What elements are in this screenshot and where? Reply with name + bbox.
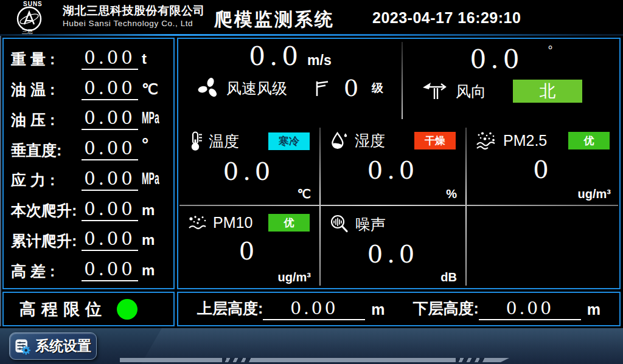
header: SUNS 三思 湖北三思科技股份有限公司 Hubei Sansi Technol… bbox=[0, 0, 623, 34]
measurement-row-height-diff: 高 差 : 0.00 m bbox=[11, 255, 167, 281]
fan-icon bbox=[197, 77, 220, 100]
system-settings-button[interactable]: 系统设置 bbox=[9, 332, 97, 360]
footer-bar: 系统设置 bbox=[0, 328, 623, 364]
measurements-panel: 重 量 : 0.00 t 油 温 : 0.00 ℃ 油 压 : 0.00 MPa… bbox=[2, 38, 175, 289]
lower-height-value: 0.00 bbox=[479, 300, 581, 320]
datetime-display: 2023-04-17 16:29:10 bbox=[372, 9, 521, 27]
measurement-row-stress: 应 力 : 0.00 MPa bbox=[11, 164, 167, 191]
sensor-value: 0.0 bbox=[321, 242, 465, 266]
measurement-value: 0.00 bbox=[82, 201, 138, 221]
sensor-value: 0.0 bbox=[178, 159, 319, 184]
company-name-cn: 湖北三思科技股份有限公司 bbox=[63, 3, 205, 19]
humidity-status-badge: 干燥 bbox=[414, 132, 456, 149]
sensor-label: 湿度 bbox=[355, 131, 385, 151]
sensor-value: 0 bbox=[467, 157, 619, 182]
settings-sliders-gear-icon bbox=[15, 336, 30, 357]
measurement-row-total-climb: 累计爬升: 0.00 m bbox=[11, 224, 167, 251]
measurement-unit: m bbox=[138, 262, 167, 281]
measurement-value: 0.00 bbox=[82, 140, 138, 160]
elevation-limit-panel: 高程限位 bbox=[2, 292, 175, 326]
measurement-value: 0.00 bbox=[82, 230, 138, 251]
header-accent-divider bbox=[0, 34, 623, 36]
monitor-panel: 0.0m/s 风速风级 0 bbox=[177, 38, 621, 289]
upper-height-unit: m bbox=[371, 301, 385, 320]
wind-speed-reading: 0.0m/s bbox=[178, 44, 402, 69]
measurement-label: 垂直度: bbox=[11, 142, 82, 161]
heights-panel: 上层高度: 0.00 m 下层高度: 0.00 m bbox=[177, 292, 621, 326]
measurement-label: 应 力 : bbox=[11, 172, 82, 191]
sensor-card-humidity: 湿度 干燥 0.0 % bbox=[321, 123, 465, 204]
measurement-unit: m bbox=[138, 232, 167, 251]
temperature-status-badge: 寒冷 bbox=[268, 132, 310, 150]
thermometer-icon bbox=[187, 131, 203, 152]
measurement-row-verticality: 垂直度: 0.00 ° bbox=[11, 134, 167, 160]
lower-height-unit: m bbox=[587, 301, 600, 320]
wind-level-row: 风速风级 0 级 bbox=[178, 77, 402, 100]
humidity-icon bbox=[329, 131, 349, 151]
stripe-slash-group bbox=[222, 358, 251, 362]
upper-height-value: 0.00 bbox=[263, 300, 365, 320]
measurement-label: 累计爬升: bbox=[11, 233, 82, 252]
company-name-en: Hubei Sansi Technology Co., Ltd bbox=[63, 19, 193, 28]
measurement-value: 0.00 bbox=[82, 80, 138, 100]
wind-speed-unit: m/s bbox=[307, 52, 332, 68]
sensor-label: PM10 bbox=[213, 214, 252, 232]
measurement-label: 本次爬升: bbox=[11, 202, 82, 221]
lower-height-label: 下层高度: bbox=[412, 298, 478, 320]
pm10-icon bbox=[187, 215, 207, 232]
wind-speed-value: 0.0 bbox=[249, 41, 302, 71]
wind-direction-value: 0.0 bbox=[470, 44, 524, 74]
sensor-unit: ug/m³ bbox=[578, 187, 611, 201]
measurement-label: 高 差 : bbox=[11, 263, 82, 282]
measurement-label: 重 量 : bbox=[11, 51, 82, 70]
upper-height-group: 上层高度: 0.00 m bbox=[197, 298, 385, 320]
wind-section-divider bbox=[402, 42, 403, 119]
sensor-label: 噪声 bbox=[355, 215, 386, 235]
wind-level-value: 0 bbox=[344, 77, 358, 100]
measurement-row-current-climb: 本次爬升: 0.00 m bbox=[11, 194, 167, 221]
pm25-status-badge: 优 bbox=[568, 132, 610, 149]
measurement-row-oil-temp: 油 温 : 0.00 ℃ bbox=[11, 74, 167, 100]
measurement-unit: m bbox=[138, 202, 167, 221]
sensor-value: 0 bbox=[178, 239, 319, 263]
wind-direction-reading: 0.0° bbox=[403, 44, 619, 72]
noise-icon bbox=[329, 214, 350, 235]
wind-vane-icon bbox=[422, 81, 450, 101]
measurement-value: 0.00 bbox=[82, 170, 138, 191]
wind-direction-label: 风向 bbox=[456, 81, 486, 101]
measurement-value: 0.00 bbox=[82, 261, 138, 281]
climbing-formwork-monitor-screen: SUNS 三思 湖北三思科技股份有限公司 Hubei Sansi Technol… bbox=[0, 0, 623, 364]
pm25-icon bbox=[475, 131, 498, 150]
sensor-card-pm25: PM2.5 优 0 ug/m³ bbox=[467, 123, 619, 204]
sensor-unit: % bbox=[446, 187, 457, 201]
measurement-value: 0.00 bbox=[82, 109, 138, 130]
sensor-value: 0.0 bbox=[321, 158, 465, 182]
elevation-limit-indicator bbox=[117, 299, 137, 320]
measurement-row-weight: 重 量 : 0.00 t bbox=[11, 43, 167, 70]
footer-deco-stripe bbox=[120, 358, 509, 362]
measurement-label: 油 温 : bbox=[11, 81, 82, 100]
measurement-unit: t bbox=[138, 50, 167, 70]
measurement-unit: ° bbox=[138, 134, 167, 153]
upper-height-label: 上层高度: bbox=[197, 298, 263, 320]
wind-level-unit: 级 bbox=[372, 80, 383, 96]
wind-speed-section: 0.0m/s 风速风级 0 bbox=[178, 39, 402, 122]
pm10-status-badge: 优 bbox=[268, 214, 310, 232]
stripe-slash-group bbox=[456, 358, 485, 362]
settings-button-label: 系统设置 bbox=[35, 337, 91, 355]
measurement-value: 0.00 bbox=[82, 49, 138, 70]
measurement-row-oil-pressure: 油 压 : 0.00 MPa bbox=[11, 103, 167, 130]
sensor-card-noise: 噪声 0.0 dB bbox=[321, 206, 465, 287]
sensor-unit: dB bbox=[440, 270, 457, 284]
page-title: 爬模监测系统 bbox=[214, 7, 335, 32]
wind-direction-unit: ° bbox=[548, 44, 552, 57]
lower-height-group: 下层高度: 0.00 m bbox=[412, 298, 600, 320]
wind-direction-badge: 北 bbox=[513, 80, 582, 103]
sensor-unit: ug/m³ bbox=[278, 270, 311, 284]
sensor-label: 温度 bbox=[209, 131, 239, 151]
measurement-unit: ℃ bbox=[138, 81, 167, 100]
sensor-label: PM2.5 bbox=[503, 132, 547, 149]
wind-speed-label: 风速风级 bbox=[226, 78, 287, 98]
measurement-label: 油 压 : bbox=[11, 112, 82, 131]
elevation-limit-label: 高程限位 bbox=[4, 298, 107, 320]
